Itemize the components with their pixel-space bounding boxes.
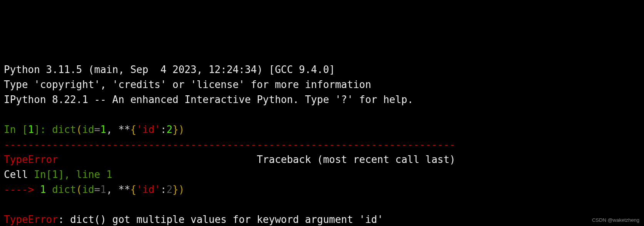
code-str-id: id xyxy=(142,124,154,135)
traceback-code-line: ----> 1 dict(id=1, **{'id':2}) xyxy=(4,184,185,195)
watermark: CSDN @waketzheng xyxy=(592,216,639,224)
tb-code-str-id: id xyxy=(142,184,154,195)
tb-code-rbrace: } xyxy=(172,184,179,195)
code-val-2: 2 xyxy=(167,124,173,135)
code-close-paren: ) xyxy=(179,124,185,135)
cell-post: , line 1 xyxy=(64,169,112,180)
traceback-header: TypeError Traceback (most recent call la… xyxy=(4,154,455,165)
code-kw-id: id xyxy=(82,124,94,135)
prompt-close: ]: xyxy=(34,124,52,135)
code-str-q2: ' xyxy=(154,124,160,135)
prompt-in: In [ xyxy=(4,124,28,135)
cell-pre: Cell xyxy=(4,169,34,180)
traceback-sp xyxy=(46,184,52,195)
code-comma: , xyxy=(106,124,118,135)
tb-code-fn: dict xyxy=(52,184,76,195)
tb-code-comma: , xyxy=(106,184,118,195)
terminal[interactable]: Python 3.11.5 (main, Sep 4 2023, 12:24:3… xyxy=(4,62,640,226)
traceback-arrow: ----> xyxy=(4,184,40,195)
tb-code-eq: = xyxy=(94,184,100,195)
tb-code-close: ) xyxy=(179,184,185,195)
traceback-separator: ----------------------------------------… xyxy=(4,139,455,150)
tb-code-str-q2: ' xyxy=(154,184,160,195)
cell-in: In[1] xyxy=(34,169,64,180)
traceback-right: Traceback (most recent call last) xyxy=(257,154,455,165)
tb-code-star: ** xyxy=(118,184,130,195)
prompt-index: 1 xyxy=(28,124,34,135)
tb-code-str-q1: ' xyxy=(136,184,142,195)
code-lbrace: { xyxy=(130,124,137,135)
code-fn: dict xyxy=(52,124,76,135)
code-star: ** xyxy=(118,124,130,135)
python-version-line: Python 3.11.5 (main, Sep 4 2023, 12:24:3… xyxy=(4,64,335,75)
code-colon: : xyxy=(160,124,167,135)
input-line: In [1]: dict(id=1, **{'id':2}) xyxy=(4,124,185,135)
code-eq: = xyxy=(94,124,100,135)
python-help-line: Type 'copyright', 'credits' or 'license'… xyxy=(4,79,371,90)
error-name-final: TypeError xyxy=(4,214,58,225)
tb-code-kw-id: id xyxy=(82,184,94,195)
ipython-banner-line: IPython 8.22.1 -- An enhanced Interactiv… xyxy=(4,94,413,105)
error-name: TypeError xyxy=(4,154,58,165)
tb-code-lbrace: { xyxy=(130,184,137,195)
tb-code-val-1: 1 xyxy=(100,184,106,195)
tb-code-colon: : xyxy=(160,184,167,195)
code-val-1: 1 xyxy=(100,124,107,135)
tb-code-val-2: 2 xyxy=(167,184,173,195)
traceback-lineno: 1 xyxy=(40,184,46,195)
traceback-cell-line: Cell In[1], line 1 xyxy=(4,169,112,180)
code-rbrace: } xyxy=(172,124,179,135)
code-str-q1: ' xyxy=(136,124,142,135)
error-msg: : dict() got multiple values for keyword… xyxy=(58,214,383,225)
error-message-line: TypeError: dict() got multiple values fo… xyxy=(4,214,383,225)
tb-code-open: ( xyxy=(76,184,82,195)
code-open-paren: ( xyxy=(76,124,82,135)
